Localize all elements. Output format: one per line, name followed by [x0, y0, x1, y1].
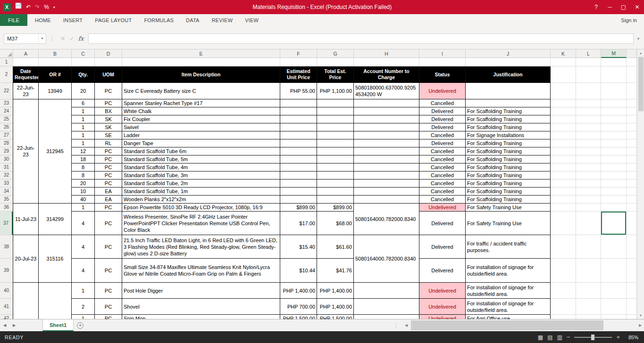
cell[interactable]	[601, 204, 627, 212]
cell[interactable]: Undelivered	[419, 204, 466, 212]
cell[interactable]: SE	[95, 131, 122, 139]
cell[interactable]: RL	[95, 139, 122, 147]
cell[interactable]: Delivered	[419, 115, 466, 123]
scroll-up-icon[interactable]: ▲	[639, 49, 643, 57]
cell[interactable]: 12	[72, 147, 95, 155]
cell[interactable]: For Scaffolding Training	[466, 163, 551, 172]
row-header-34[interactable]: 34	[0, 188, 13, 196]
cell[interactable]	[317, 155, 354, 163]
cell[interactable]: 40	[72, 196, 95, 204]
row-header-29[interactable]: 29	[0, 147, 13, 155]
cell[interactable]: Cancelled	[419, 131, 466, 139]
cell[interactable]	[317, 147, 354, 155]
cell[interactable]: Cancelled	[419, 188, 466, 196]
cell[interactable]: Small Size 34-874 Maxiflex Ultimate Seam…	[122, 259, 280, 283]
cell[interactable]: For Agri Office use	[466, 315, 551, 319]
close-button[interactable]: ✕	[630, 0, 644, 14]
cell[interactable]: 22-Jun-23	[13, 99, 39, 204]
column-header-i[interactable]: I	[419, 49, 466, 58]
horizontal-scrollbar-track[interactable]	[410, 319, 636, 331]
cell[interactable]	[354, 115, 419, 123]
cell[interactable]: 4	[72, 235, 95, 259]
cell[interactable]: Wooden Planks 2"x12"x2m	[122, 196, 280, 204]
cell[interactable]: Cancelled	[419, 155, 466, 163]
cell[interactable]: For Scaffolding Training	[466, 196, 551, 204]
cell[interactable]	[576, 180, 601, 188]
cell[interactable]: For Safety Training Use	[466, 212, 551, 235]
cell[interactable]: SK	[95, 115, 122, 123]
cell[interactable]	[576, 115, 601, 123]
cell[interactable]: PC	[95, 99, 122, 107]
cell[interactable]	[39, 58, 72, 66]
row-header-31[interactable]: 31	[0, 163, 13, 172]
cell[interactable]	[280, 196, 317, 204]
cell[interactable]: PHP 1,500.00	[280, 315, 317, 319]
cell[interactable]	[601, 115, 627, 123]
cell[interactable]: PHP 1,400.00	[317, 283, 354, 299]
cell[interactable]	[576, 163, 601, 172]
cell[interactable]	[576, 83, 601, 99]
cell[interactable]	[601, 99, 627, 107]
cell[interactable]: 8	[72, 163, 95, 172]
cell[interactable]: Standard Scaffold Tube, 4m	[122, 163, 280, 172]
cell[interactable]	[576, 147, 601, 155]
cell[interactable]	[122, 58, 280, 66]
excel-logo-icon[interactable]: X	[3, 3, 11, 11]
sheet-nav-left-icon[interactable]: ◀	[0, 319, 9, 331]
cell[interactable]	[551, 99, 576, 107]
cell[interactable]: PC	[95, 155, 122, 163]
cell[interactable]	[601, 83, 627, 99]
cell[interactable]	[601, 107, 627, 115]
cell[interactable]: 20	[72, 180, 95, 188]
cell[interactable]: For Scaffolding Training	[466, 172, 551, 180]
sheet-tab-sheet1[interactable]: Sheet1	[42, 319, 74, 331]
cell[interactable]	[576, 196, 601, 204]
cell[interactable]: Delivered	[419, 107, 466, 115]
cell[interactable]: Spin Mop	[122, 315, 280, 319]
cell[interactable]	[354, 131, 419, 139]
scroll-right-icon[interactable]: ▶	[636, 319, 644, 331]
enter-entry-icon[interactable]: ✓	[67, 35, 76, 42]
cell[interactable]	[576, 315, 601, 319]
row-header-27[interactable]: 27	[0, 131, 13, 139]
cell[interactable]	[601, 315, 627, 319]
cell[interactable]: Undelivered	[419, 283, 466, 299]
undo-icon[interactable]: ↶	[26, 0, 31, 14]
cell[interactable]: Wireless Presenter, SinoPie RF 2.4GHz La…	[122, 212, 280, 235]
cell[interactable]	[354, 147, 419, 155]
zoom-in-icon[interactable]: +	[616, 334, 620, 341]
cell[interactable]: PHP 1,100.00	[317, 83, 354, 99]
name-box[interactable]: M37 ▾	[4, 33, 46, 44]
row-header-25[interactable]: 25	[0, 115, 13, 123]
cell[interactable]: PC	[95, 147, 122, 155]
cell[interactable]: For Scaffolding Training	[466, 147, 551, 155]
tab-review[interactable]: REVIEW	[206, 14, 239, 26]
cell[interactable]	[354, 163, 419, 172]
cell[interactable]: Danger Tape	[122, 139, 280, 147]
cell[interactable]: PC	[95, 212, 122, 235]
vertical-scrollbar-thumb[interactable]	[638, 57, 644, 111]
cell[interactable]: EA	[95, 188, 122, 196]
cell[interactable]: Delivered	[419, 259, 466, 283]
cell[interactable]	[280, 172, 317, 180]
new-sheet-button[interactable]: +	[74, 319, 87, 331]
cell[interactable]	[551, 147, 576, 155]
cell[interactable]	[601, 259, 627, 283]
cell[interactable]: Epson Powerlite 5010 3D Ready LCD Projec…	[122, 204, 280, 212]
row-header-35[interactable]: 35	[0, 196, 13, 204]
cell[interactable]	[317, 188, 354, 196]
cell[interactable]	[317, 115, 354, 123]
cell[interactable]: Spanner Stanley Rachet Type #17	[122, 99, 280, 107]
row-header-32[interactable]: 32	[0, 172, 13, 180]
cell[interactable]: For traffic / accident traffic purposes.	[466, 235, 551, 259]
column-header-b[interactable]: B	[39, 49, 72, 58]
name-box-dropdown-icon[interactable]: ▾	[38, 34, 46, 43]
row-header-39[interactable]: 39	[0, 259, 13, 283]
cell[interactable]: 8	[72, 172, 95, 180]
formula-input[interactable]	[88, 33, 634, 44]
cell[interactable]: For Signage Installations	[466, 131, 551, 139]
cell[interactable]	[280, 180, 317, 188]
column-header-c[interactable]: C	[72, 49, 95, 58]
percent-style-icon[interactable]: %	[44, 0, 49, 14]
cell[interactable]	[601, 139, 627, 147]
